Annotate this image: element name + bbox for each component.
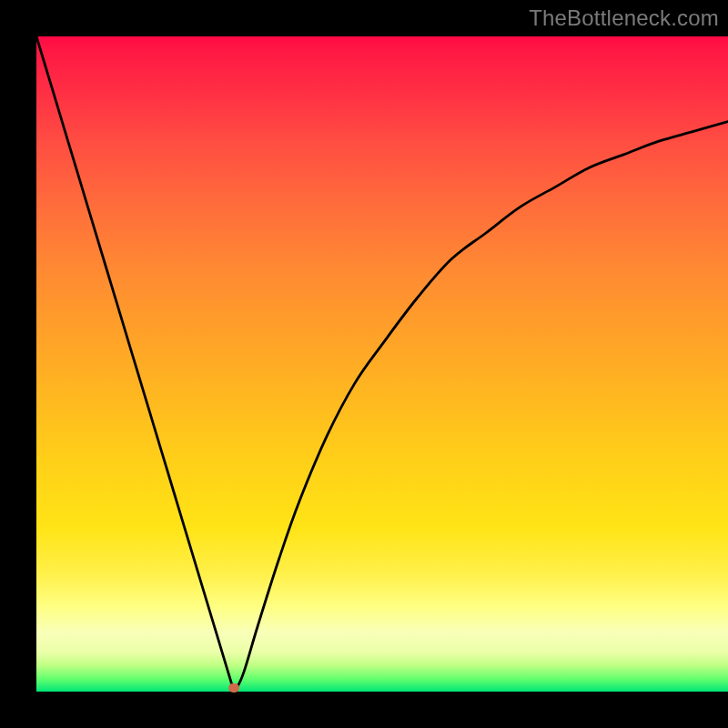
curve-svg [36, 36, 728, 692]
bottleneck-curve [36, 36, 728, 690]
minimum-marker [228, 683, 239, 693]
chart-frame: TheBottleneck.com [0, 0, 728, 728]
plot-area [36, 36, 728, 692]
watermark-text: TheBottleneck.com [529, 5, 719, 31]
